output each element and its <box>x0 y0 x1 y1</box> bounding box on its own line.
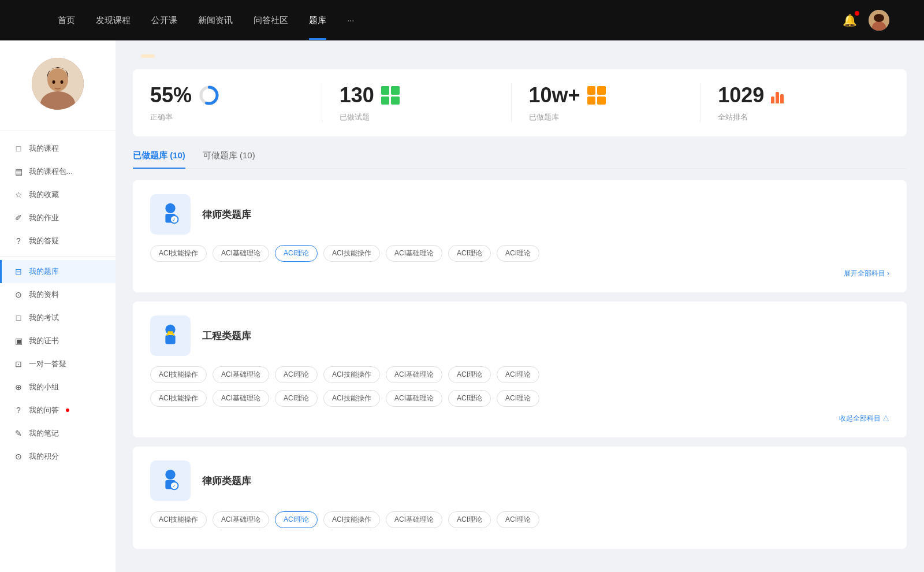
svg-point-19 <box>165 470 175 480</box>
user-avatar[interactable] <box>869 10 889 31</box>
notification-bell[interactable]: 🔔 <box>843 13 857 27</box>
tag-0-5[interactable]: ACI理论 <box>448 245 491 262</box>
sidebar-item-11[interactable]: ?我的问答 <box>0 399 116 422</box>
svg-point-3 <box>874 14 884 22</box>
tag-1-6[interactable]: ACI理论 <box>497 366 539 383</box>
nav-menu-item-···[interactable]: ··· <box>347 15 355 26</box>
bank-card-title-1: 工程类题库 <box>202 329 251 343</box>
collapse-link-1[interactable]: 收起全部科目 △ <box>150 414 889 424</box>
tag-1-7[interactable]: ACI技能操作 <box>150 390 207 407</box>
sidebar-item-10[interactable]: ⊕我的小组 <box>0 376 116 399</box>
sidebar-item-13[interactable]: ⊙我的积分 <box>0 445 116 468</box>
nav-menu: 首页发现课程公开课新闻资讯问答社区题库··· <box>58 15 831 26</box>
tag-1-3[interactable]: ACI技能操作 <box>323 366 380 383</box>
tag-2-0[interactable]: ACI技能操作 <box>150 511 207 528</box>
tag-1-0[interactable]: ACI技能操作 <box>150 366 207 383</box>
tag-2-4[interactable]: ACI基础理论 <box>386 511 442 528</box>
svg-text:✓: ✓ <box>172 484 176 489</box>
tab-0[interactable]: 已做题库 (10) <box>133 150 185 168</box>
nav-menu-item-新闻资讯[interactable]: 新闻资讯 <box>198 15 233 26</box>
stat-number-2: 10w+ <box>529 83 580 107</box>
sidebar-item-0[interactable]: □我的课程 <box>0 137 116 160</box>
tag-1-11[interactable]: ACI基础理论 <box>386 390 442 407</box>
nav-menu-item-首页[interactable]: 首页 <box>58 15 75 26</box>
lawyer-icon: ✓ <box>157 467 184 495</box>
sidebar-icon-10: ⊕ <box>14 382 23 392</box>
tag-2-2[interactable]: ACI理论 <box>275 511 318 528</box>
tags-row-0-0: ACI技能操作ACI基础理论ACI理论ACI技能操作ACI基础理论ACI理论AC… <box>150 245 889 262</box>
sidebar-icon-11: ? <box>14 406 23 415</box>
stat-number-1: 130 <box>340 83 374 107</box>
sidebar-icon-2: ☆ <box>14 190 23 199</box>
engineer-icon <box>157 322 184 350</box>
svg-point-7 <box>53 80 55 84</box>
tag-1-5[interactable]: ACI理论 <box>448 366 491 383</box>
sidebar-divider <box>0 256 116 257</box>
tags-row-0-1: ACI技能操作ACI基础理论ACI理论ACI技能操作ACI基础理论ACI理论AC… <box>150 366 889 383</box>
stat-number-3: 1029 <box>718 83 764 107</box>
tag-0-1[interactable]: ACI基础理论 <box>213 245 269 262</box>
tag-0-6[interactable]: ACI理论 <box>497 245 539 262</box>
page-header <box>133 54 907 58</box>
nav-menu-item-题库[interactable]: 题库 <box>309 15 326 26</box>
sidebar-label-4: 我的答疑 <box>29 236 59 246</box>
tag-0-0[interactable]: ACI技能操作 <box>150 245 207 262</box>
nav-menu-item-问答社区[interactable]: 问答社区 <box>254 15 288 26</box>
sidebar-item-3[interactable]: ✐我的作业 <box>0 206 116 229</box>
sidebar-item-1[interactable]: ▤我的课程包... <box>0 160 116 183</box>
nav-menu-item-公开课[interactable]: 公开课 <box>151 15 177 26</box>
tag-2-1[interactable]: ACI基础理论 <box>213 511 269 528</box>
svg-rect-17 <box>165 335 175 344</box>
svg-point-8 <box>61 80 64 84</box>
tag-2-6[interactable]: ACI理论 <box>497 511 539 528</box>
sidebar-item-2[interactable]: ☆我的收藏 <box>0 183 116 206</box>
stat-label-0: 正确率 <box>150 112 173 122</box>
sidebar-item-6[interactable]: ⊙我的资料 <box>0 283 116 306</box>
tag-1-10[interactable]: ACI技能操作 <box>323 390 380 407</box>
sidebar-item-8[interactable]: ▣我的证书 <box>0 329 116 352</box>
sidebar-icon-5: ⊟ <box>14 267 23 276</box>
sidebar-item-4[interactable]: ?我的答疑 <box>0 229 116 252</box>
tag-1-2[interactable]: ACI理论 <box>275 366 318 383</box>
sidebar-profile <box>0 58 116 131</box>
sidebar-item-5[interactable]: ⊟我的题库 <box>0 260 116 283</box>
donut-chart-icon <box>199 85 219 106</box>
sidebar-icon-8: ▣ <box>14 336 23 346</box>
sidebar-icon-9: ⊡ <box>14 359 23 369</box>
nav-menu-item-发现课程[interactable]: 发现课程 <box>96 15 131 26</box>
tag-1-8[interactable]: ACI基础理论 <box>213 390 269 407</box>
svg-rect-18 <box>167 331 173 334</box>
sidebar-item-9[interactable]: ⊡一对一答疑 <box>0 352 116 376</box>
tag-1-12[interactable]: ACI理论 <box>448 390 491 407</box>
svg-point-5 <box>47 68 68 91</box>
sidebar-item-12[interactable]: ✎我的笔记 <box>0 422 116 445</box>
tag-1-9[interactable]: ACI理论 <box>275 390 318 407</box>
sidebar-label-7: 我的考试 <box>29 313 59 323</box>
sidebar-label-3: 我的作业 <box>29 213 59 223</box>
bank-card-title-2: 律师类题库 <box>202 474 251 488</box>
bank-card-title-0: 律师类题库 <box>202 208 251 221</box>
expand-link-0[interactable]: 展开全部科目 › <box>150 269 889 278</box>
tag-2-5[interactable]: ACI理论 <box>448 511 491 528</box>
stat-item-2: 10w+ 已做题库 <box>512 83 701 122</box>
tags-row-1-1: ACI技能操作ACI基础理论ACI理论ACI技能操作ACI基础理论ACI理论AC… <box>150 390 889 407</box>
tag-1-1[interactable]: ACI基础理论 <box>213 366 269 383</box>
sidebar-label-0: 我的课程 <box>29 143 59 154</box>
tag-2-3[interactable]: ACI技能操作 <box>323 511 380 528</box>
sidebar-label-10: 我的小组 <box>29 382 59 392</box>
bank-card-2: ✓ 律师类题库 ACI技能操作ACI基础理论ACI理论ACI技能操作ACI基础理… <box>133 447 907 549</box>
main-content: 55% 正确率 130 已做试题 10w+ 已做题库 <box>116 40 924 572</box>
sidebar-item-7[interactable]: □我的考试 <box>0 306 116 329</box>
tag-0-4[interactable]: ACI基础理论 <box>386 245 442 262</box>
sidebar-label-9: 一对一答疑 <box>29 359 66 369</box>
notification-badge <box>855 11 859 16</box>
tab-1[interactable]: 可做题库 (10) <box>203 150 255 168</box>
tag-1-4[interactable]: ACI基础理论 <box>386 366 442 383</box>
tag-0-3[interactable]: ACI技能操作 <box>323 245 380 262</box>
stat-label-2: 已做题库 <box>529 112 559 122</box>
sidebar: □我的课程▤我的课程包...☆我的收藏✐我的作业?我的答疑⊟我的题库⊙我的资料□… <box>0 40 116 572</box>
sidebar-label-11: 我的问答 <box>29 405 59 415</box>
tag-1-13[interactable]: ACI理论 <box>497 390 539 407</box>
tag-0-2[interactable]: ACI理论 <box>275 245 318 262</box>
sidebar-label-5: 我的题库 <box>29 266 59 277</box>
